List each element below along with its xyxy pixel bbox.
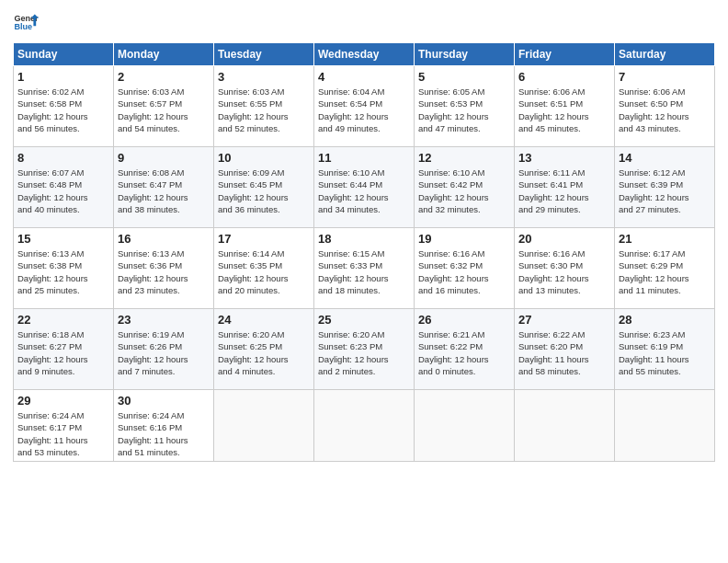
calendar-cell: 29 Sunrise: 6:24 AMSunset: 6:17 PMDaylig… [14, 390, 114, 462]
day-number: 5 [418, 70, 510, 84]
calendar-cell: 17 Sunrise: 6:14 AMSunset: 6:35 PMDaylig… [214, 228, 314, 309]
calendar-cell [615, 390, 715, 462]
logo: General Blue [13, 9, 39, 35]
calendar-cell: 11 Sunrise: 6:10 AMSunset: 6:44 PMDaylig… [314, 147, 415, 228]
logo-icon: General Blue [13, 9, 39, 35]
day-info: Sunrise: 6:14 AMSunset: 6:35 PMDaylight:… [218, 248, 289, 295]
calendar-week-2: 8 Sunrise: 6:07 AMSunset: 6:48 PMDayligh… [14, 147, 715, 228]
day-number: 7 [619, 70, 711, 84]
calendar-cell: 4 Sunrise: 6:04 AMSunset: 6:54 PMDayligh… [314, 66, 415, 147]
weekday-header-saturday: Saturday [615, 43, 715, 66]
day-number: 20 [518, 232, 610, 246]
day-number: 1 [17, 70, 109, 84]
calendar-cell [415, 390, 515, 462]
day-number: 30 [118, 394, 210, 408]
day-number: 21 [619, 232, 711, 246]
day-info: Sunrise: 6:03 AMSunset: 6:55 PMDaylight:… [218, 86, 289, 133]
day-info: Sunrise: 6:23 AMSunset: 6:19 PMDaylight:… [619, 329, 689, 376]
day-number: 8 [17, 151, 109, 165]
header: General Blue [13, 9, 715, 35]
day-number: 28 [619, 313, 711, 327]
weekday-header-monday: Monday [114, 43, 214, 66]
calendar-cell: 30 Sunrise: 6:24 AMSunset: 6:16 PMDaylig… [114, 390, 214, 462]
weekday-header-thursday: Thursday [415, 43, 515, 66]
calendar-cell: 12 Sunrise: 6:10 AMSunset: 6:42 PMDaylig… [415, 147, 515, 228]
calendar-cell: 23 Sunrise: 6:19 AMSunset: 6:26 PMDaylig… [114, 309, 214, 390]
calendar-week-4: 22 Sunrise: 6:18 AMSunset: 6:27 PMDaylig… [14, 309, 715, 390]
weekday-header-friday: Friday [515, 43, 615, 66]
weekday-header-wednesday: Wednesday [314, 43, 415, 66]
calendar-cell: 5 Sunrise: 6:05 AMSunset: 6:53 PMDayligh… [415, 66, 515, 147]
day-number: 23 [118, 313, 210, 327]
day-number: 22 [17, 313, 109, 327]
day-number: 9 [118, 151, 210, 165]
calendar-cell: 9 Sunrise: 6:08 AMSunset: 6:47 PMDayligh… [114, 147, 214, 228]
day-info: Sunrise: 6:07 AMSunset: 6:48 PMDaylight:… [17, 167, 88, 214]
weekday-header-sunday: Sunday [14, 43, 114, 66]
calendar-cell [515, 390, 615, 462]
day-number: 13 [518, 151, 610, 165]
day-number: 10 [218, 151, 310, 165]
day-number: 26 [418, 313, 510, 327]
day-number: 4 [318, 70, 410, 84]
day-number: 6 [518, 70, 610, 84]
calendar-cell: 10 Sunrise: 6:09 AMSunset: 6:45 PMDaylig… [214, 147, 314, 228]
day-number: 19 [418, 232, 510, 246]
svg-text:Blue: Blue [14, 22, 32, 31]
day-info: Sunrise: 6:16 AMSunset: 6:32 PMDaylight:… [418, 248, 489, 295]
day-info: Sunrise: 6:13 AMSunset: 6:36 PMDaylight:… [118, 248, 188, 295]
calendar-cell [214, 390, 314, 462]
day-number: 29 [17, 394, 109, 408]
day-info: Sunrise: 6:20 AMSunset: 6:23 PMDaylight:… [318, 329, 389, 376]
day-info: Sunrise: 6:24 AMSunset: 6:17 PMDaylight:… [17, 410, 88, 457]
calendar-cell: 21 Sunrise: 6:17 AMSunset: 6:29 PMDaylig… [615, 228, 715, 309]
calendar-cell: 15 Sunrise: 6:13 AMSunset: 6:38 PMDaylig… [14, 228, 114, 309]
day-number: 16 [118, 232, 210, 246]
page: General Blue SundayMondayTuesdayWednesda… [0, 0, 728, 563]
day-info: Sunrise: 6:15 AMSunset: 6:33 PMDaylight:… [318, 248, 389, 295]
day-number: 18 [318, 232, 410, 246]
day-info: Sunrise: 6:08 AMSunset: 6:47 PMDaylight:… [118, 167, 188, 214]
calendar-cell: 25 Sunrise: 6:20 AMSunset: 6:23 PMDaylig… [314, 309, 415, 390]
calendar-cell: 7 Sunrise: 6:06 AMSunset: 6:50 PMDayligh… [615, 66, 715, 147]
calendar-cell: 3 Sunrise: 6:03 AMSunset: 6:55 PMDayligh… [214, 66, 314, 147]
day-info: Sunrise: 6:09 AMSunset: 6:45 PMDaylight:… [218, 167, 289, 214]
day-info: Sunrise: 6:03 AMSunset: 6:57 PMDaylight:… [118, 86, 188, 133]
calendar-week-5: 29 Sunrise: 6:24 AMSunset: 6:17 PMDaylig… [14, 390, 715, 462]
day-info: Sunrise: 6:06 AMSunset: 6:50 PMDaylight:… [619, 86, 689, 133]
day-info: Sunrise: 6:04 AMSunset: 6:54 PMDaylight:… [318, 86, 389, 133]
calendar-cell: 27 Sunrise: 6:22 AMSunset: 6:20 PMDaylig… [515, 309, 615, 390]
calendar-week-1: 1 Sunrise: 6:02 AMSunset: 6:58 PMDayligh… [14, 66, 715, 147]
calendar-cell: 6 Sunrise: 6:06 AMSunset: 6:51 PMDayligh… [515, 66, 615, 147]
weekday-header-tuesday: Tuesday [214, 43, 314, 66]
day-info: Sunrise: 6:06 AMSunset: 6:51 PMDaylight:… [518, 86, 589, 133]
day-info: Sunrise: 6:11 AMSunset: 6:41 PMDaylight:… [518, 167, 589, 214]
day-info: Sunrise: 6:20 AMSunset: 6:25 PMDaylight:… [218, 329, 289, 376]
calendar-week-3: 15 Sunrise: 6:13 AMSunset: 6:38 PMDaylig… [14, 228, 715, 309]
weekday-header-row: SundayMondayTuesdayWednesdayThursdayFrid… [14, 43, 715, 66]
day-number: 12 [418, 151, 510, 165]
day-info: Sunrise: 6:05 AMSunset: 6:53 PMDaylight:… [418, 86, 489, 133]
calendar-cell: 13 Sunrise: 6:11 AMSunset: 6:41 PMDaylig… [515, 147, 615, 228]
day-number: 14 [619, 151, 711, 165]
day-info: Sunrise: 6:24 AMSunset: 6:16 PMDaylight:… [118, 410, 188, 457]
day-info: Sunrise: 6:21 AMSunset: 6:22 PMDaylight:… [418, 329, 489, 376]
day-number: 24 [218, 313, 310, 327]
day-info: Sunrise: 6:17 AMSunset: 6:29 PMDaylight:… [619, 248, 689, 295]
calendar-cell: 26 Sunrise: 6:21 AMSunset: 6:22 PMDaylig… [415, 309, 515, 390]
day-number: 25 [318, 313, 410, 327]
day-info: Sunrise: 6:02 AMSunset: 6:58 PMDaylight:… [17, 86, 88, 133]
day-info: Sunrise: 6:22 AMSunset: 6:20 PMDaylight:… [518, 329, 589, 376]
day-number: 27 [518, 313, 610, 327]
day-info: Sunrise: 6:18 AMSunset: 6:27 PMDaylight:… [17, 329, 88, 376]
day-info: Sunrise: 6:10 AMSunset: 6:42 PMDaylight:… [418, 167, 489, 214]
calendar-cell: 22 Sunrise: 6:18 AMSunset: 6:27 PMDaylig… [14, 309, 114, 390]
calendar-cell: 14 Sunrise: 6:12 AMSunset: 6:39 PMDaylig… [615, 147, 715, 228]
day-number: 3 [218, 70, 310, 84]
calendar-cell [314, 390, 415, 462]
calendar-cell: 28 Sunrise: 6:23 AMSunset: 6:19 PMDaylig… [615, 309, 715, 390]
calendar-cell: 1 Sunrise: 6:02 AMSunset: 6:58 PMDayligh… [14, 66, 114, 147]
calendar-cell: 20 Sunrise: 6:16 AMSunset: 6:30 PMDaylig… [515, 228, 615, 309]
calendar-cell: 16 Sunrise: 6:13 AMSunset: 6:36 PMDaylig… [114, 228, 214, 309]
day-info: Sunrise: 6:12 AMSunset: 6:39 PMDaylight:… [619, 167, 689, 214]
